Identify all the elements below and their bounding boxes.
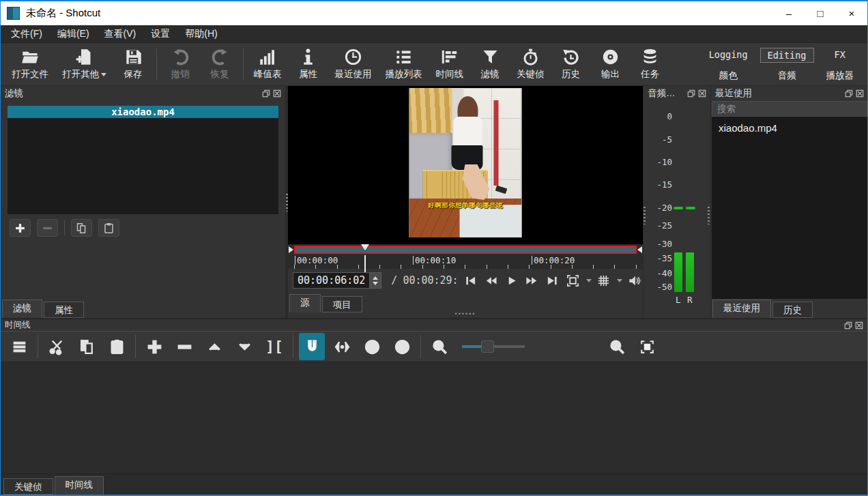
save-button[interactable]: 保存 xyxy=(113,46,153,83)
close-button[interactable]: × xyxy=(836,1,867,25)
playlist-button[interactable]: 播放列表 xyxy=(379,46,429,83)
trim-out-marker[interactable] xyxy=(637,246,642,253)
overwrite-button[interactable] xyxy=(231,333,257,360)
timecode-field[interactable]: 00:00:06:02 xyxy=(293,272,381,289)
timeline-zoom-slider[interactable] xyxy=(462,340,525,353)
splitter-handle[interactable] xyxy=(643,207,646,224)
skip-end-button[interactable] xyxy=(543,272,561,289)
tab-history[interactable]: 历史 xyxy=(772,302,813,318)
layout-audio-button[interactable]: 音频 xyxy=(760,68,814,83)
history-button[interactable]: 历史 xyxy=(551,46,591,83)
lift-button[interactable] xyxy=(201,333,227,360)
scrubber[interactable] xyxy=(288,244,643,255)
undo-button[interactable]: 撤销 xyxy=(160,46,200,83)
rewind-button[interactable] xyxy=(482,272,500,289)
tab-timeline[interactable]: 时间线 xyxy=(55,476,104,495)
filters-button[interactable]: 滤镜 xyxy=(470,46,510,83)
close-panel-icon[interactable] xyxy=(855,321,863,330)
menu-view[interactable]: 查看(V) xyxy=(97,26,144,42)
timeline-tracks-area[interactable] xyxy=(1,362,867,473)
add-filter-button[interactable] xyxy=(10,219,31,237)
timeline-button[interactable]: 时间线 xyxy=(429,46,471,83)
menu-file[interactable]: 文件(F) xyxy=(3,26,50,42)
split-button[interactable]: ][ xyxy=(261,333,287,360)
layout-color-button[interactable]: 颜色 xyxy=(702,68,755,83)
spinner-up-icon[interactable] xyxy=(373,276,378,280)
list-item[interactable]: xiaodao.mp4 xyxy=(712,117,867,134)
timeline-menu-button[interactable] xyxy=(6,333,32,360)
zoom-fit-player-button[interactable] xyxy=(564,272,581,289)
layout-fx-button[interactable]: FX xyxy=(820,48,861,63)
layout-logging-button[interactable]: Logging xyxy=(702,48,755,63)
grid-button[interactable] xyxy=(594,272,612,289)
splitter-handle-horizontal[interactable]: •••••• xyxy=(288,312,643,318)
tab-recent[interactable]: 最近使用 xyxy=(712,300,771,318)
audio-meter: 0 -5 -10 -15 -20 -25 -30 -35 -40 -50 L R xyxy=(643,101,710,318)
menu-edit[interactable]: 编辑(E) xyxy=(50,26,97,42)
menu-settings[interactable]: 设置 xyxy=(143,26,177,42)
remove-filter-button[interactable] xyxy=(37,219,58,237)
play-button[interactable] xyxy=(503,272,521,289)
layout-editing-button[interactable]: Editing xyxy=(760,48,814,63)
splitter-handle[interactable] xyxy=(708,207,710,224)
redo-button[interactable]: 恢复 xyxy=(200,46,240,83)
ripple-all-tracks-toggle[interactable] xyxy=(389,333,415,360)
grid-dropdown-icon[interactable] xyxy=(617,279,622,282)
current-timecode[interactable]: 00:00:06:02 xyxy=(293,273,369,288)
slider-handle[interactable] xyxy=(481,340,494,353)
layout-player-button[interactable]: 播放器 xyxy=(820,68,861,83)
close-panel-icon[interactable] xyxy=(856,89,864,98)
zoom-in-button[interactable] xyxy=(604,333,630,360)
paste-filters-button[interactable] xyxy=(98,219,119,237)
float-panel-icon[interactable] xyxy=(844,321,852,330)
timecode-spinner[interactable] xyxy=(369,273,381,288)
tab-keyframes[interactable]: 关键侦 xyxy=(3,478,53,495)
toolbar-overflow-icon[interactable]: » xyxy=(637,275,641,285)
copy-button[interactable] xyxy=(74,333,100,360)
zoom-dropdown-icon[interactable] xyxy=(586,279,592,282)
trim-in-marker[interactable] xyxy=(289,246,293,253)
append-button[interactable] xyxy=(141,333,167,360)
minimize-button[interactable]: – xyxy=(773,1,805,25)
recent-button[interactable]: 最近使用 xyxy=(328,46,379,83)
maximize-button[interactable]: □ xyxy=(805,1,836,25)
skip-start-button[interactable] xyxy=(462,272,480,289)
float-panel-icon[interactable] xyxy=(687,89,695,98)
tab-project[interactable]: 项目 xyxy=(322,296,362,312)
spinner-down-icon[interactable] xyxy=(373,282,378,285)
snap-toggle[interactable] xyxy=(299,333,325,360)
fast-forward-button[interactable] xyxy=(523,272,541,289)
float-panel-icon[interactable] xyxy=(845,89,853,98)
zoom-fit-button[interactable] xyxy=(634,333,660,360)
scrub-bar[interactable] xyxy=(294,246,637,254)
playhead[interactable] xyxy=(361,244,369,250)
close-panel-icon[interactable] xyxy=(698,89,706,98)
properties-button[interactable]: 属性 xyxy=(289,46,328,83)
export-button[interactable]: 输出 xyxy=(591,46,631,83)
minus-icon xyxy=(42,222,53,234)
tab-properties[interactable]: 属性 xyxy=(44,302,84,318)
jobs-button[interactable]: 任务 xyxy=(631,46,670,83)
filter-list[interactable] xyxy=(8,118,278,214)
menu-help[interactable]: 帮助(H) xyxy=(177,26,225,42)
time-ruler[interactable]: 00:00:00 00:00:10 00:00:20 xyxy=(288,255,643,269)
ripple-delete-button[interactable] xyxy=(171,333,197,360)
cut-button[interactable] xyxy=(44,333,70,360)
open-other-button[interactable]: 打开其他 xyxy=(55,46,113,83)
selected-clip-bar[interactable]: xiaodao.mp4 xyxy=(8,106,278,118)
tab-filters[interactable]: 滤镜 xyxy=(2,300,42,318)
peak-meter-button[interactable]: 峰值表 xyxy=(247,46,289,83)
fast-forward-icon xyxy=(525,274,538,287)
keyframes-button[interactable]: 关键侦 xyxy=(510,46,551,83)
paste-button[interactable] xyxy=(104,333,130,360)
ripple-toggle[interactable] xyxy=(359,333,385,360)
open-file-button[interactable]: 打开文件 xyxy=(5,46,55,83)
copy-filters-button[interactable] xyxy=(71,219,92,237)
close-panel-icon[interactable] xyxy=(273,89,281,98)
search-input[interactable] xyxy=(712,101,867,117)
scrub-while-dragging-toggle[interactable] xyxy=(329,333,355,360)
skip-end-icon xyxy=(546,274,559,287)
zoom-out-button[interactable] xyxy=(426,333,452,360)
tab-source[interactable]: 源 xyxy=(289,294,321,312)
float-panel-icon[interactable] xyxy=(262,89,270,98)
